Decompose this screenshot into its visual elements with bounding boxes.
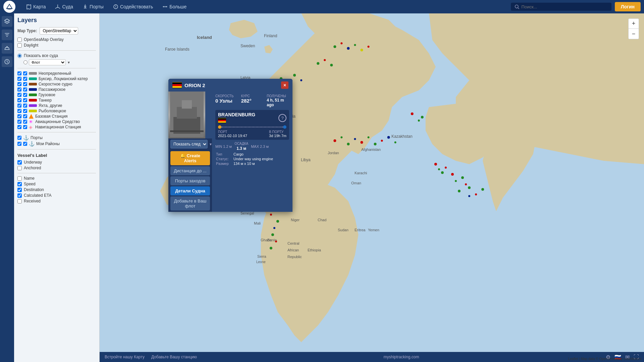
clock-icon-btn[interactable]	[2, 56, 12, 67]
vl-underway-checkbox[interactable]	[17, 160, 22, 165]
vessel-type-checkbox[interactable]	[17, 93, 21, 97]
vessel-type-checkbox2[interactable]	[23, 98, 27, 102]
zoom-controls: + −	[628, 18, 639, 39]
svg-point-55	[461, 176, 464, 179]
nav-ports[interactable]: Порты	[78, 3, 108, 11]
daylight-checkbox[interactable]	[17, 43, 22, 48]
ship-icon-btn[interactable]	[2, 43, 12, 54]
ship-flag-icon	[172, 82, 182, 88]
map-area[interactable]: Iceland Faroe Islands Finland Sweden Lat…	[100, 13, 644, 362]
vessel-type-color	[29, 94, 37, 96]
vessel-type-checkbox2[interactable]	[23, 77, 27, 81]
nav-vessels[interactable]: Суда	[51, 3, 77, 11]
vessel-type-label: Танкер	[39, 98, 52, 103]
vessel-type-checkbox2[interactable]	[23, 87, 27, 92]
vessel-type-checkbox[interactable]	[17, 109, 21, 113]
svg-point-3	[165, 6, 165, 7]
create-alerts-button[interactable]: 🔔 Create Alerts	[170, 151, 210, 165]
add-station-link[interactable]: Добавьте Вашу станцию	[151, 355, 197, 359]
vl-eta-checkbox[interactable]	[17, 193, 22, 198]
popup-actions: 🔔 Create Alerts Дистанция до ... Порты з…	[168, 150, 212, 212]
layers-icon-btn[interactable]	[2, 16, 12, 27]
search-input[interactable]	[522, 4, 608, 9]
vessel-type-checkbox2[interactable]	[23, 120, 27, 124]
my-regions-checkbox2[interactable]	[23, 142, 27, 146]
vessel-type-row: Яхта, другие	[17, 103, 96, 108]
draught-value: 1.3 м	[236, 146, 246, 151]
app-logo[interactable]	[3, 1, 15, 13]
vl-received-row: Received	[17, 199, 96, 203]
vessel-type-checkbox[interactable]	[17, 114, 21, 118]
vessel-type-checkbox2[interactable]	[23, 109, 27, 113]
nav-more[interactable]: Больше	[158, 3, 191, 11]
vessel-type-checkbox[interactable]	[17, 82, 21, 86]
map-type-select[interactable]: OpenStreetMap	[40, 27, 78, 35]
svg-rect-63	[170, 130, 204, 132]
vessel-type-checkbox[interactable]	[17, 98, 21, 102]
fleet-radio[interactable]	[23, 60, 28, 64]
vessel-type-row: ◈ Навигационная Станция	[17, 125, 96, 129]
vessel-details-button[interactable]: Детали Судна	[170, 186, 210, 195]
svg-point-57	[458, 190, 461, 192]
map-type-label: Map Type:	[17, 28, 37, 33]
distance-button[interactable]: Дистанция до ...	[170, 166, 210, 175]
vessel-type-checkbox2[interactable]	[23, 93, 27, 97]
svg-point-58	[468, 195, 470, 197]
zoom-out-button[interactable]: −	[629, 29, 639, 39]
vessel-type-color	[29, 104, 37, 107]
vessel-type-color	[29, 72, 37, 75]
vessel-type-color	[29, 77, 37, 80]
help-icon[interactable]: ?	[278, 114, 286, 122]
show-next-row: Показать след ▼	[168, 138, 212, 150]
vessel-type-checkbox[interactable]	[17, 87, 21, 92]
min-label: MIN 1.2 м	[215, 144, 232, 148]
ports-checkbox[interactable]	[17, 136, 21, 140]
add-to-fleet-button[interactable]: Добавьте в Ваш флот	[170, 196, 210, 210]
vessel-type-checkbox[interactable]	[17, 125, 21, 129]
show-next-select[interactable]: Показать след	[170, 140, 208, 148]
status-row: Статус: Under way using engine	[216, 157, 288, 161]
fleet-select[interactable]: Флот	[29, 59, 66, 65]
vl-destination-checkbox[interactable]	[17, 188, 22, 192]
vessel-type-label: Рыболовецкое	[39, 109, 66, 113]
vessel-type-checkbox[interactable]	[17, 120, 21, 124]
vessel-type-checkbox[interactable]	[17, 71, 21, 75]
login-button[interactable]: Логин	[615, 2, 641, 11]
vessel-type-label: Неопределенный	[39, 71, 71, 76]
svg-point-32	[475, 193, 477, 195]
vessel-type-checkbox2[interactable]	[23, 71, 27, 75]
bottom-bar: Встройте нашу Карту Добавьте Вашу станци…	[100, 352, 644, 362]
svg-point-52	[421, 116, 424, 119]
vessel-type-checkbox[interactable]	[17, 104, 21, 108]
svg-point-40	[270, 247, 272, 249]
vessel-type-label: Навигационная Станция	[35, 125, 81, 129]
nav-assist[interactable]: Содействовать	[109, 3, 157, 11]
svg-point-35	[270, 214, 272, 216]
stat-received: Получены 4 h, 51 m ago	[267, 94, 289, 107]
my-regions-checkbox1[interactable]	[17, 142, 21, 146]
vessel-type-checkbox2[interactable]	[23, 82, 27, 86]
ports-calls-button[interactable]: Порты заходов	[170, 176, 210, 185]
vessel-type-color	[29, 88, 37, 91]
vessel-type-checkbox[interactable]	[17, 77, 21, 81]
vl-name-checkbox[interactable]	[17, 176, 22, 181]
panel-title: Layers	[17, 17, 96, 24]
filter-icon-btn[interactable]	[2, 29, 12, 40]
vessel-label-section: Vessel's Label Underway Anchored Name Sp…	[17, 153, 96, 203]
overlay-checkbox[interactable]	[17, 38, 22, 42]
popup-info: Скорость 0 Узлы Курс 282° Получены 4 h, …	[212, 92, 292, 212]
search-icon	[514, 4, 520, 9]
embed-map-link[interactable]: Встройте нашу Карту	[105, 355, 145, 359]
show-all-radio[interactable]	[17, 54, 22, 58]
vl-speed-checkbox[interactable]	[17, 182, 22, 186]
icon-bar	[0, 13, 14, 362]
popup-close-button[interactable]: ×	[281, 81, 288, 89]
svg-point-37	[273, 227, 275, 229]
vl-received-checkbox[interactable]	[17, 199, 22, 203]
nav-map[interactable]: Карта	[22, 3, 50, 11]
vessel-type-checkbox2[interactable]	[23, 114, 27, 118]
zoom-in-button[interactable]: +	[629, 19, 639, 29]
vl-anchored-checkbox[interactable]	[17, 166, 22, 170]
vessel-type-checkbox2[interactable]	[23, 104, 27, 108]
vessel-type-checkbox2[interactable]	[23, 125, 27, 129]
